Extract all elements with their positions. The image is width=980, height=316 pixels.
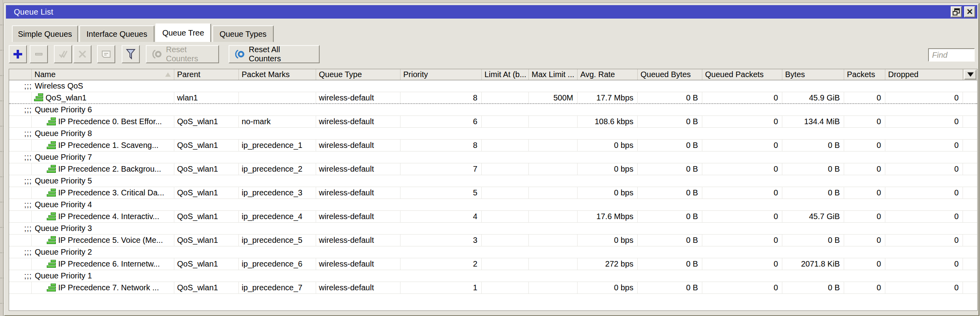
tab-queue-types[interactable]: Queue Types — [212, 25, 274, 42]
comment-row[interactable]: ;;;Queue Priority 6 — [9, 104, 977, 116]
column-header-drop[interactable]: Dropped — [885, 69, 963, 80]
cell-value: 0 B — [828, 141, 840, 150]
column-header-name[interactable]: Name — [32, 69, 174, 80]
reset-all-counters-button[interactable]: Reset All Counters — [229, 45, 320, 63]
add-button[interactable] — [9, 45, 27, 63]
column-header-bytes[interactable]: Bytes — [782, 69, 844, 80]
reset-counters-icon — [152, 49, 162, 59]
cell-value: 2 — [473, 259, 477, 269]
column-header-max[interactable]: Max Limit ... — [529, 69, 578, 80]
tab-label: Simple Queues — [18, 30, 72, 39]
comment-row[interactable]: ;;;Wireless QoS — [9, 80, 977, 92]
cell-max — [529, 140, 578, 151]
cell-max: 500M — [529, 92, 578, 103]
cell-qtype: wireless-default — [316, 116, 400, 127]
remove-button[interactable] — [30, 45, 48, 63]
cell-value: 0 — [774, 212, 778, 221]
column-header-filler — [963, 69, 977, 80]
queue-icon — [47, 284, 56, 292]
cell-value: ip_precedence_5 — [242, 236, 302, 245]
comment-button[interactable] — [97, 45, 115, 63]
tab-simple-queues[interactable]: Simple Queues — [12, 25, 78, 42]
queue-table: NameParentPacket MarksQueue TypePriority… — [9, 69, 978, 311]
reset-counters-button[interactable]: Reset Counters — [146, 45, 219, 63]
cell-name: IP Precedence 4. Interactiv... — [32, 211, 174, 222]
cell-sel — [9, 282, 32, 293]
tab-interface-queues[interactable]: Interface Queues — [79, 25, 154, 42]
cell-value: IP Precedence 2. Backgrou... — [58, 165, 161, 174]
queue-row[interactable]: IP Precedence 0. Best Effor...QoS_wlan1n… — [9, 116, 977, 128]
enable-button[interactable] — [54, 45, 72, 63]
cell-qtype: wireless-default — [316, 140, 400, 151]
filter-button[interactable] — [122, 45, 140, 63]
comment-row[interactable]: ;;;Queue Priority 3 — [9, 223, 977, 235]
find-input[interactable] — [928, 48, 975, 62]
comment-text: Queue Priority 3 — [35, 224, 92, 233]
column-header-qbytes[interactable]: Queued Bytes — [638, 69, 702, 80]
comment-row[interactable]: ;;;Queue Priority 7 — [9, 151, 977, 163]
restore-button[interactable] — [951, 6, 962, 17]
column-header-rate[interactable]: Avg. Rate — [578, 69, 638, 80]
comment-marker: ;;; — [24, 176, 32, 185]
queue-row[interactable]: IP Precedence 1. Scaveng...QoS_wlan1ip_p… — [9, 140, 977, 151]
cell-parent: wlan1 — [174, 92, 239, 103]
comment-row[interactable]: ;;;Queue Priority 4 — [9, 199, 977, 211]
column-header-sel[interactable] — [9, 69, 32, 80]
cell-value: QoS_wlan1 — [177, 188, 218, 197]
column-header-label: Avg. Rate — [580, 70, 615, 79]
comment-row[interactable]: ;;;Queue Priority 1 — [9, 270, 977, 282]
column-header-pkts[interactable]: Packets — [844, 69, 885, 80]
column-header-marks[interactable]: Packet Marks — [239, 69, 316, 80]
cell-rate: 108.6 kbps — [578, 116, 638, 127]
column-header-label: Limit At (b... — [484, 70, 526, 79]
comment-marker: ;;; — [24, 105, 32, 114]
close-button[interactable]: × — [964, 6, 975, 17]
column-header-qpkts[interactable]: Queued Packets — [702, 69, 782, 80]
cell-value: 2071.8 KiB — [801, 259, 840, 269]
column-header-parent[interactable]: Parent — [174, 69, 239, 80]
cell-drop: 0 — [885, 282, 963, 293]
queue-row[interactable]: QoS_wlan1wlan1wireless-default8500M17.7 … — [9, 92, 977, 104]
queue-row[interactable]: IP Precedence 3. Critical Da...QoS_wlan1… — [9, 187, 977, 199]
queue-row[interactable]: IP Precedence 2. Backgrou...QoS_wlan1ip_… — [9, 163, 977, 175]
cell-marks: ip_precedence_6 — [239, 258, 316, 270]
queue-row[interactable]: IP Precedence 4. Interactiv...QoS_wlan1i… — [9, 211, 977, 223]
column-header-limit[interactable]: Limit At (b... — [482, 69, 529, 80]
cell-marks: ip_precedence_3 — [239, 187, 316, 199]
cell-value: 0 — [774, 165, 778, 174]
cell-rate: 0 bps — [578, 235, 638, 246]
column-select-button[interactable] — [964, 70, 976, 79]
queue-icon — [47, 141, 56, 150]
queue-row[interactable]: IP Precedence 6. Internetw...QoS_wlan1ip… — [9, 258, 977, 270]
cell-marks: ip_precedence_7 — [239, 282, 316, 293]
cell-bytes: 0 B — [782, 282, 844, 293]
check-icon — [58, 49, 68, 59]
cell-value: 272 bps — [605, 259, 633, 269]
cell-parent: QoS_wlan1 — [174, 211, 239, 222]
column-header-qtype[interactable]: Queue Type — [316, 69, 400, 80]
cell-qbytes: 0 B — [638, 187, 702, 199]
cell-parent: QoS_wlan1 — [174, 235, 239, 246]
comment-row[interactable]: ;;;Queue Priority 2 — [9, 246, 977, 258]
column-header-label: Packet Marks — [242, 70, 290, 79]
window-titlebar[interactable]: Queue List × — [6, 5, 977, 19]
comment-row[interactable]: ;;;Queue Priority 5 — [9, 175, 977, 187]
comment-row[interactable]: ;;;Queue Priority 8 — [9, 128, 977, 140]
cell-value: 17.6 Mbps — [597, 212, 633, 221]
cell-sel — [9, 140, 32, 151]
cell-value: 0 bps — [614, 283, 633, 292]
cell-value: 0 bps — [614, 188, 633, 197]
tab-queue-tree[interactable]: Queue Tree — [155, 23, 211, 42]
cell-sel — [9, 116, 32, 127]
cell-qpkts: 0 — [702, 258, 782, 270]
cell-value: 500M — [553, 93, 573, 102]
disable-button[interactable] — [73, 45, 92, 63]
cell-priority: 8 — [400, 92, 482, 103]
queue-row[interactable]: IP Precedence 5. Voice (Me...QoS_wlan1ip… — [9, 235, 977, 246]
column-header-priority[interactable]: Priority — [400, 69, 482, 80]
cell-bytes: 45.9 GiB — [782, 92, 844, 103]
cell-qtype: wireless-default — [316, 235, 400, 246]
cell-value: IP Precedence 0. Best Effor... — [58, 117, 162, 126]
queue-row[interactable]: IP Precedence 7. Network ...QoS_wlan1ip_… — [9, 282, 977, 294]
cell-drop: 0 — [885, 258, 963, 270]
